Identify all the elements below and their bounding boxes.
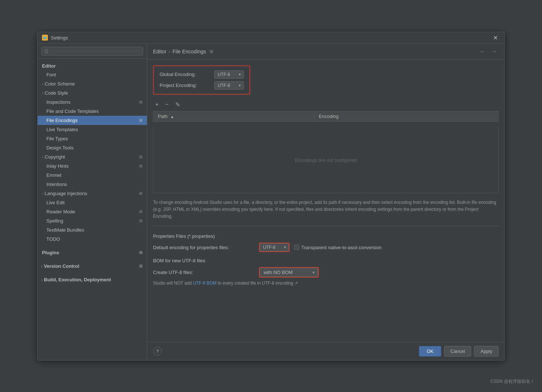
sidebar-item-design-tools[interactable]: Design Tools <box>38 143 147 152</box>
inlay-hints-badge: ⊞ <box>139 164 142 168</box>
sidebar-item-code-style[interactable]: ›Code Style <box>38 88 147 98</box>
cancel-button[interactable]: Cancel <box>444 346 471 357</box>
breadcrumb-icon: ⊞ <box>210 49 213 54</box>
sidebar-section-build: ›Build, Execution, Deployment <box>38 272 147 286</box>
default-encoding-row: Default encoding for properties files: U… <box>153 243 499 252</box>
properties-section-label: Properties Files (*.properties) <box>153 233 499 239</box>
create-utf8-row: Create UTF-8 files: with NO BOM with BOM <box>153 267 499 278</box>
global-encoding-select[interactable]: UTF-8 <box>214 71 244 79</box>
add-path-button[interactable]: + <box>153 100 161 109</box>
sidebar-item-file-encodings[interactable]: File Encodings ⊞ <box>38 116 147 125</box>
panel-header: Editor › File Encodings ⊞ ← → <box>147 44 504 60</box>
encoding-top-section: Global Encoding: UTF-8 Project Encoding:… <box>153 65 250 95</box>
title-bar: 🐦 Settings ✕ <box>38 32 504 44</box>
reader-mode-badge: ⊞ <box>139 209 142 214</box>
window-title: Settings <box>51 35 491 41</box>
copyright-badge: ⊞ <box>139 155 142 159</box>
table-empty-message: Encodings are not configured <box>153 128 499 193</box>
breadcrumb-separator: › <box>169 49 171 54</box>
sidebar-item-language-injections[interactable]: ›Language Injections ⊞ <box>38 189 147 198</box>
global-encoding-label: Global Encoding: <box>160 72 214 77</box>
apply-button[interactable]: Apply <box>474 346 499 357</box>
utf8-bom-link[interactable]: UTF-8 BOM <box>193 281 217 286</box>
create-utf8-label: Create UTF-8 files: <box>153 270 255 275</box>
sidebar-section-editor: Editor Font ›Color Scheme ›Code Style In… <box>38 59 147 245</box>
breadcrumb-current: File Encodings <box>172 49 206 54</box>
vc-badge: ⊞ <box>139 264 142 269</box>
breadcrumb-parent: Editor <box>153 49 167 54</box>
sidebar-item-spelling[interactable]: Spelling ⊞ <box>38 216 147 225</box>
edit-path-button[interactable]: ✎ <box>173 100 182 109</box>
sidebar-item-copyright[interactable]: ›Copyright ⊞ <box>38 152 147 161</box>
footer-right: OK Cancel Apply <box>419 346 499 357</box>
default-encoding-select[interactable]: UTF-8 <box>260 243 289 251</box>
sidebar-item-emmet[interactable]: Emmet <box>38 171 147 180</box>
sidebar-section-editor-label: Editor <box>38 62 147 70</box>
sidebar-item-plugins[interactable]: Plugins ⊞ <box>38 248 147 257</box>
transparent-label: Transparent native-to-ascii conversion <box>301 245 382 250</box>
transparent-checkbox-wrapper: Transparent native-to-ascii conversion <box>294 245 382 250</box>
lang-inject-badge: ⊞ <box>139 191 142 196</box>
spelling-badge: ⊞ <box>139 218 142 223</box>
inspections-badge: ⊞ <box>139 100 142 104</box>
bom-select-wrapper: with NO BOM with BOM <box>259 267 319 278</box>
project-encoding-row: Project Encoding: UTF-8 <box>160 81 244 90</box>
sidebar-item-color-scheme[interactable]: ›Color Scheme <box>38 79 147 88</box>
sidebar-item-build[interactable]: ›Build, Execution, Deployment <box>38 275 147 284</box>
global-encoding-select-wrapper: UTF-8 <box>214 71 244 79</box>
bom-section-label: BOM for new UTF-8 files <box>153 258 499 263</box>
nav-arrows: ← → <box>478 47 499 56</box>
encoding-table: Path ▲ Encoding <box>153 111 499 122</box>
info-text: To change encoding Android Studio uses f… <box>153 199 499 227</box>
close-button[interactable]: ✕ <box>491 34 500 42</box>
global-encoding-row: Global Encoding: UTF-8 <box>160 71 244 79</box>
footer-left: ? <box>153 347 162 355</box>
remove-path-button[interactable]: − <box>163 100 171 109</box>
sidebar-item-textmate-bundles[interactable]: TextMate Bundles <box>38 225 147 235</box>
sidebar-item-file-types[interactable]: File Types <box>38 134 147 143</box>
sidebar-item-todo[interactable]: TODO <box>38 235 147 244</box>
default-encoding-select-wrapper: UTF-8 <box>259 243 290 252</box>
path-column-header[interactable]: Path ▲ <box>153 111 314 121</box>
watermark: CSDN @程序猿阳名！ <box>490 378 535 385</box>
sidebar-item-file-code-templates[interactable]: File and Code Templates <box>38 107 147 116</box>
bom-section: BOM for new UTF-8 files Create UTF-8 fil… <box>153 258 499 286</box>
sidebar-item-reader-mode[interactable]: Reader Mode ⊞ <box>38 207 147 216</box>
sidebar-item-inlay-hints[interactable]: Inlay Hints ⊞ <box>38 161 147 171</box>
table-toolbar: + − ✎ <box>153 100 499 109</box>
help-button[interactable]: ? <box>153 347 162 355</box>
breadcrumb: Editor › File Encodings ⊞ <box>153 49 213 54</box>
nav-back-arrow[interactable]: ← <box>478 47 487 56</box>
ok-button[interactable]: OK <box>419 346 441 357</box>
sidebar-item-live-templates[interactable]: Live Templates <box>38 125 147 134</box>
studio-note: Studio will NOT add UTF-8 BOM to every c… <box>153 281 499 286</box>
transparent-checkbox[interactable] <box>294 245 299 250</box>
sidebar-item-version-control[interactable]: ›Version Control ⊞ <box>38 262 147 271</box>
plugins-badge: ⊞ <box>139 250 142 255</box>
encoding-column-header: Encoding <box>314 111 498 121</box>
sidebar-item-font[interactable]: Font <box>38 70 147 79</box>
search-bar <box>38 44 147 59</box>
panel-body: Global Encoding: UTF-8 Project Encoding:… <box>147 60 504 342</box>
search-input[interactable] <box>41 47 143 56</box>
nav-forward-arrow[interactable]: → <box>490 47 499 56</box>
default-encoding-label: Default encoding for properties files: <box>153 245 255 250</box>
sort-arrow: ▲ <box>170 115 174 119</box>
sidebar-item-live-edit[interactable]: Live Edit <box>38 198 147 207</box>
app-icon: 🐦 <box>42 35 48 41</box>
project-encoding-select[interactable]: UTF-8 <box>214 81 244 90</box>
sidebar-item-intentions[interactable]: Intentions <box>38 180 147 189</box>
right-panel: Editor › File Encodings ⊞ ← → Global Enc… <box>147 44 504 360</box>
footer: ? OK Cancel Apply <box>147 342 504 360</box>
project-encoding-select-wrapper: UTF-8 <box>214 81 244 90</box>
sidebar: Editor Font ›Color Scheme ›Code Style In… <box>38 44 147 360</box>
sidebar-item-inspections[interactable]: Inspections ⊞ <box>38 98 147 107</box>
project-encoding-label: Project Encoding: <box>160 83 214 88</box>
sidebar-section-version-control: ›Version Control ⊞ <box>38 259 147 272</box>
file-encodings-badge: ⊞ <box>139 118 142 123</box>
sidebar-section-plugins: Plugins ⊞ <box>38 245 147 259</box>
bom-select[interactable]: with NO BOM with BOM <box>260 268 318 277</box>
